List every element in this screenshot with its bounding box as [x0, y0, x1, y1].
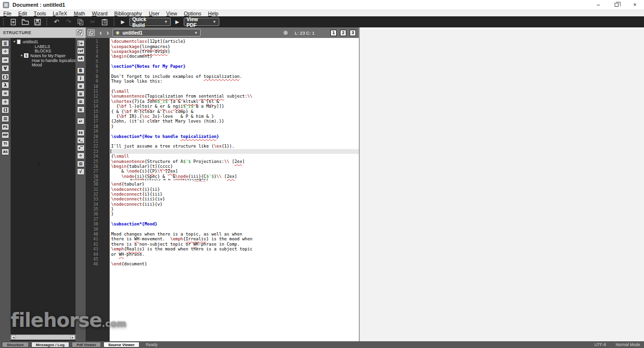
frames-icon[interactable]: ⊞: [1, 115, 9, 122]
inline-math-icon[interactable]: $$: [77, 129, 85, 136]
editor-line[interactable]: 7: [86, 69, 359, 74]
menu-user[interactable]: User: [145, 10, 163, 16]
greek-letters-icon[interactable]: λ: [1, 82, 9, 88]
view-button-3[interactable]: 3: [350, 30, 356, 36]
editor-line[interactable]: 37: [86, 217, 359, 222]
editor-line[interactable]: 30\end{tabular}: [86, 182, 359, 186]
description-icon[interactable]: ≡: [77, 106, 85, 113]
editor-line[interactable]: 18}: [86, 124, 359, 129]
paste-icon[interactable]: [100, 17, 110, 26]
editor-line[interactable]: 46\end{document}: [86, 261, 359, 266]
close-document-icon[interactable]: ⊗: [283, 29, 288, 36]
editor-line[interactable]: 9They look like this:: [86, 79, 359, 84]
cut-icon[interactable]: ✂: [88, 17, 98, 26]
toolbar-drag-handle[interactable]: [46, 18, 48, 25]
save-icon[interactable]: [32, 17, 42, 26]
editor-line[interactable]: 16 {\bf IR}.{\sc 3s}-love & P & him & }: [86, 114, 359, 119]
editor-line[interactable]: 38\subsection*{Mood}: [86, 222, 359, 226]
new-file-icon[interactable]: [8, 17, 18, 26]
open-folder-icon[interactable]: [20, 17, 30, 26]
editor-line[interactable]: 26\begin{tabular}[t]{cccc}: [86, 164, 359, 169]
tree-item[interactable]: LABELS: [11, 44, 76, 49]
editor-line[interactable]: 20\subsection*{How to handle topicalizat…: [86, 134, 359, 138]
menu-view[interactable]: View: [163, 10, 181, 16]
bold-icon[interactable]: B: [77, 67, 85, 74]
scroll-left-icon[interactable]: ◄: [11, 335, 16, 339]
copy-icon[interactable]: [76, 17, 86, 26]
editor-line[interactable]: 11{\small: [86, 89, 359, 94]
editor-line[interactable]: 33\nodeconnect{iii}{iv}: [86, 197, 359, 201]
editor-line[interactable]: 15{ & {\bf R-}clear & {\sc comp} &: [86, 109, 359, 113]
editor-line[interactable]: 23: [86, 149, 359, 154]
fraction-icon[interactable]: ÷: [77, 152, 85, 159]
minimize-button[interactable]: –: [589, 0, 607, 10]
structure-scrollbar[interactable]: ◄ ►: [11, 335, 76, 340]
arrow-symbols-icon[interactable]: ⇒: [1, 57, 9, 63]
editor-line[interactable]: 31\nodeconnect{i}{ii}: [86, 186, 359, 191]
itemize-icon[interactable]: ≡: [77, 90, 85, 97]
editor-line[interactable]: 34\nodeconnect{iii}{v}: [86, 202, 359, 207]
italic-icon[interactable]: i: [77, 75, 85, 82]
enumerate-icon[interactable]: ≡: [77, 98, 85, 105]
editor-line[interactable]: 10: [86, 84, 359, 89]
menu-math[interactable]: Math: [71, 10, 88, 16]
detach-panel-button[interactable]: [76, 29, 83, 36]
expander-icon[interactable]: ▼: [12, 40, 17, 43]
view-button-2[interactable]: 2: [340, 30, 346, 36]
editor-line[interactable]: 2\usepackage{lingmacros}: [86, 44, 359, 49]
toolbar-drag-handle[interactable]: [3, 18, 4, 25]
footnote-icon[interactable]: ᴀA: [77, 55, 85, 62]
editor-line[interactable]: 6\section*{Notes for My Paper}: [86, 64, 359, 69]
menu-wizard[interactable]: Wizard: [88, 10, 111, 16]
panel-tab-pdf-viewer[interactable]: Pdf Viewer: [72, 342, 101, 348]
panel-tab-source-viewer[interactable]: Source Viewer: [103, 342, 139, 348]
editor-line[interactable]: 45: [86, 257, 359, 261]
editor-line[interactable]: 24{\small: [86, 154, 359, 159]
editor-line[interactable]: 13\shortex{7}{a John$_i$ [a & kltukl & […: [86, 99, 359, 104]
previous-document-button[interactable]: ‹: [97, 29, 104, 36]
editor-line[interactable]: 8Don't forget to include examples of top…: [86, 74, 359, 79]
menu-help[interactable]: Help: [205, 10, 222, 16]
editor-line[interactable]: 39: [86, 226, 359, 231]
expander-icon[interactable]: ▼: [19, 54, 24, 57]
panel-tab-structure[interactable]: Structure: [2, 342, 29, 348]
editor-line[interactable]: 14 {\bf l-}oltoir & er & ngii$_i$ & a Ma…: [86, 104, 359, 109]
source-editor[interactable]: 1\documentclass[12pt]{article}2\usepacka…: [86, 38, 359, 341]
tree-item[interactable]: How to handle topicalizati: [11, 58, 76, 63]
array-icon[interactable]: ⊞: [77, 161, 85, 167]
label-icon[interactable]: |+: [77, 40, 85, 47]
menu-tools[interactable]: Tools: [30, 10, 50, 16]
menu-edit[interactable]: Edit: [15, 10, 30, 16]
editor-line[interactable]: 21: [86, 139, 359, 144]
run-icon[interactable]: ►: [120, 18, 126, 25]
editor-line[interactable]: 41there is WH-movement. \emph{Irrealis} …: [86, 236, 359, 241]
editor-line[interactable]: 3\usepackage{tree-dvips}: [86, 49, 359, 54]
close-button[interactable]: ×: [626, 0, 644, 10]
tree-item[interactable]: BLOCKS: [11, 49, 76, 53]
editor-line[interactable]: 22I'll just assume a tree structure like…: [86, 144, 359, 149]
subscript-icon[interactable]: x▁: [77, 137, 85, 144]
undo-icon[interactable]: ↶: [51, 17, 62, 26]
editor-line[interactable]: 40Mood changes when there is a topic, as…: [86, 232, 359, 236]
editor-line[interactable]: 44or WH-phrase.: [86, 251, 359, 256]
menu-latex[interactable]: LaTeX: [50, 10, 71, 16]
menu-options[interactable]: Options: [180, 10, 204, 16]
editor-line[interactable]: 42there is a non-subject topic or WH-phr…: [86, 242, 359, 247]
misc-math-icon[interactable]: ∞: [1, 90, 9, 97]
menu-file[interactable]: File: [0, 10, 15, 16]
sqrt-icon[interactable]: √: [77, 168, 85, 175]
editor-line[interactable]: 12\enumsentence{Topicalization from sent…: [86, 94, 359, 99]
asymptote-icon[interactable]: AS: [1, 149, 9, 155]
misc-symbols-icon[interactable]: ∀: [1, 65, 9, 72]
tree-item[interactable]: Mood: [11, 62, 76, 67]
editor-line[interactable]: 4\begin{document}: [86, 54, 359, 59]
emph-icon[interactable]: e: [77, 83, 85, 89]
editor-line[interactable]: 25\enumsentence{Structure of A$'$ Projec…: [86, 159, 359, 163]
editor-line[interactable]: 43\emph{Realis} is the mood when there i…: [86, 247, 359, 251]
editor-line[interactable]: 17{John, (it's) clear that Mary loves (h…: [86, 119, 359, 124]
next-document-button[interactable]: ›: [104, 29, 112, 36]
structure-view-icon[interactable]: ≣: [1, 40, 9, 47]
editor-line[interactable]: 19: [86, 129, 359, 134]
view-pdf-select[interactable]: View PDF ▼: [184, 18, 219, 26]
redo-icon[interactable]: ↷: [63, 17, 74, 26]
